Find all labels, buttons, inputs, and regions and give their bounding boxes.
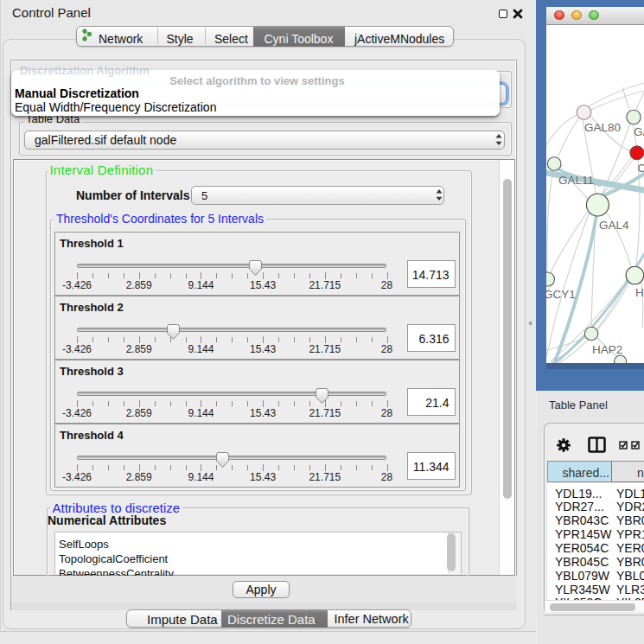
svg-text:HA: HA <box>635 286 644 299</box>
svg-text:C.: C. <box>638 162 644 175</box>
svg-text:GA: GA <box>634 125 644 138</box>
svg-text:HAP2: HAP2 <box>592 343 622 356</box>
svg-text:GAL80: GAL80 <box>584 121 621 134</box>
svg-text:GCY1: GCY1 <box>546 288 576 301</box>
svg-text:GAL11: GAL11 <box>558 174 594 187</box>
svg-text:GAL4: GAL4 <box>599 219 629 232</box>
